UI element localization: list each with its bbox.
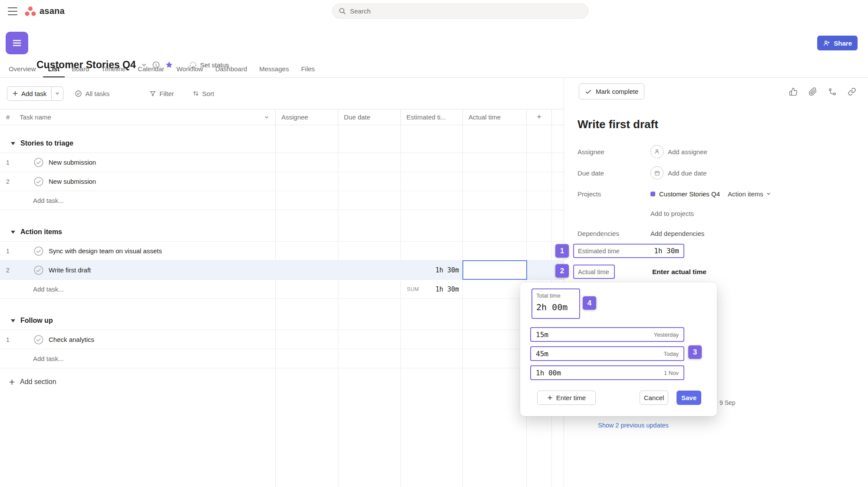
plus-icon (12, 90, 18, 96)
add-section-button[interactable]: Add section (0, 378, 564, 386)
enter-time-button[interactable]: Enter time (537, 391, 596, 405)
total-time-label: Total time (536, 292, 575, 299)
add-column-button[interactable]: + (527, 109, 552, 125)
tab-messages[interactable]: Messages (254, 61, 294, 77)
section-header-action-items: Action items (0, 222, 564, 242)
save-button[interactable]: Save (677, 391, 701, 405)
column-header-num: # (6, 113, 10, 121)
add-task-inline[interactable]: Add task... (33, 285, 276, 293)
column-header-task-name[interactable]: # Task name (0, 109, 276, 125)
task-check-icon[interactable] (33, 157, 44, 168)
task-name-cell[interactable]: Write first draft (33, 265, 276, 276)
time-entry-value: 15m (536, 331, 548, 339)
task-check-icon[interactable] (33, 176, 44, 187)
table-row: 2 New submission (0, 172, 564, 191)
task-title[interactable]: Write first draft (578, 118, 658, 131)
column-header-actual-time[interactable]: Actual time (463, 109, 527, 125)
check-icon (585, 88, 592, 95)
estimated-time-cell[interactable]: 1h 30m (401, 266, 463, 274)
assignee-field-label: Assignee (578, 148, 650, 156)
task-list-body: Stories to triage 1 New submission 2 (0, 125, 564, 487)
actual-time-field[interactable]: Actual time (573, 265, 615, 279)
estimated-time-field[interactable]: Estimated time 1h 30m (573, 244, 684, 258)
dependencies-field: Dependencies Add dependencies (578, 225, 704, 241)
actual-time-popup: Total time 2h 00m 15m Yesterday 45m Toda… (520, 282, 717, 416)
time-entry-date: 1 Nov (664, 370, 679, 376)
task-check-icon[interactable] (33, 334, 44, 345)
share-button[interactable]: Share (817, 36, 858, 50)
row-number: 1 (0, 248, 33, 255)
section-title: Follow up (20, 317, 53, 325)
search-input[interactable]: Search (332, 3, 588, 19)
plus-icon (9, 379, 15, 385)
project-header: Customer Stories Q4 Set status Share Ove… (0, 22, 868, 77)
section-collapse-icon[interactable] (10, 318, 16, 323)
all-tasks-filter-button[interactable]: All tasks (75, 90, 109, 97)
show-previous-updates-link[interactable]: Show 2 previous updates (598, 422, 669, 429)
filter-button[interactable]: Filter (149, 90, 174, 97)
project-link[interactable]: Customer Stories Q4 (659, 190, 720, 198)
enter-actual-time-button[interactable]: Enter actual time (652, 265, 706, 279)
avatar-placeholder-icon (650, 145, 663, 158)
table-header: # Task name Assignee Due date Estimated … (0, 109, 564, 125)
column-header-due-date[interactable]: Due date (338, 109, 401, 125)
add-assignee-button[interactable]: Add assignee (668, 148, 707, 156)
section-header-stories-to-triage: Stories to triage (0, 134, 564, 153)
time-entry-row[interactable]: 1h 00m 1 Nov (530, 365, 684, 380)
project-section-dropdown[interactable]: Action items (728, 190, 771, 198)
filter-icon (149, 90, 156, 97)
sort-button[interactable]: Sort (192, 90, 215, 97)
task-name-cell[interactable]: New submission (33, 157, 276, 168)
task-name-cell[interactable]: Check analytics (33, 334, 276, 345)
add-dependencies-button[interactable]: Add dependencies (650, 230, 704, 237)
time-entry-row[interactable]: 45m Today (530, 346, 684, 361)
table-row: 1 Sync with design team on visual assets (0, 242, 564, 261)
tab-workflow[interactable]: Workflow (171, 61, 208, 77)
add-to-projects-button[interactable]: Add to projects (650, 210, 694, 217)
asana-app: asana Search Customer Stories Q4 Set sta… (0, 0, 868, 487)
tab-files[interactable]: Files (296, 61, 320, 77)
column-header-estimated-time[interactable]: Estimated ti... (401, 109, 463, 125)
tab-timeline[interactable]: Timeline (96, 61, 131, 77)
like-icon[interactable] (789, 87, 798, 96)
section-title: Stories to triage (20, 139, 73, 147)
cancel-button[interactable]: Cancel (640, 391, 668, 405)
task-name-cell[interactable]: Sync with design team on visual assets (33, 245, 276, 257)
attach-icon[interactable] (809, 87, 817, 96)
task-check-icon[interactable] (33, 245, 44, 257)
section-collapse-icon[interactable] (10, 141, 16, 146)
add-task-row: Add task... SUM 1h 30m (0, 280, 564, 299)
add-due-date-button[interactable]: Add due date (668, 169, 706, 177)
task-name: Check analytics (49, 336, 94, 343)
section-title: Action items (20, 228, 62, 236)
add-task-button[interactable]: Add task (7, 87, 51, 100)
asana-logo[interactable]: asana (24, 6, 65, 17)
task-name-cell[interactable]: New submission (33, 176, 276, 187)
task-check-icon[interactable] (33, 265, 44, 276)
add-task-row: Add task... (0, 349, 564, 368)
tab-calendar[interactable]: Calendar (132, 61, 169, 77)
person-add-icon (823, 40, 830, 47)
tab-dashboard[interactable]: Dashboard (210, 61, 252, 77)
selected-actual-time-cell[interactable] (462, 260, 527, 280)
sort-icon (192, 90, 199, 97)
projects-field-label: Projects (578, 190, 650, 198)
row-number: 2 (0, 267, 33, 274)
add-task-inline[interactable]: Add task... (33, 197, 276, 204)
tab-board[interactable]: Board (66, 61, 94, 77)
chevron-down-icon[interactable] (264, 115, 269, 120)
add-task-inline[interactable]: Add task... (33, 355, 276, 362)
link-icon[interactable] (848, 87, 856, 96)
time-entry-row[interactable]: 15m Yesterday (530, 327, 684, 342)
subtasks-icon[interactable] (828, 87, 837, 96)
tab-overview[interactable]: Overview (3, 61, 41, 77)
table-row: 1 New submission (0, 153, 564, 172)
tab-list[interactable]: List (43, 61, 65, 77)
mark-complete-button[interactable]: Mark complete (579, 83, 644, 99)
menu-icon[interactable] (8, 7, 17, 15)
column-header-assignee[interactable]: Assignee (276, 109, 338, 125)
annotation-badge-2: 2 (555, 264, 569, 278)
chevron-down-icon (766, 191, 771, 196)
add-task-menu-button[interactable] (51, 87, 63, 100)
section-collapse-icon[interactable] (10, 230, 16, 234)
